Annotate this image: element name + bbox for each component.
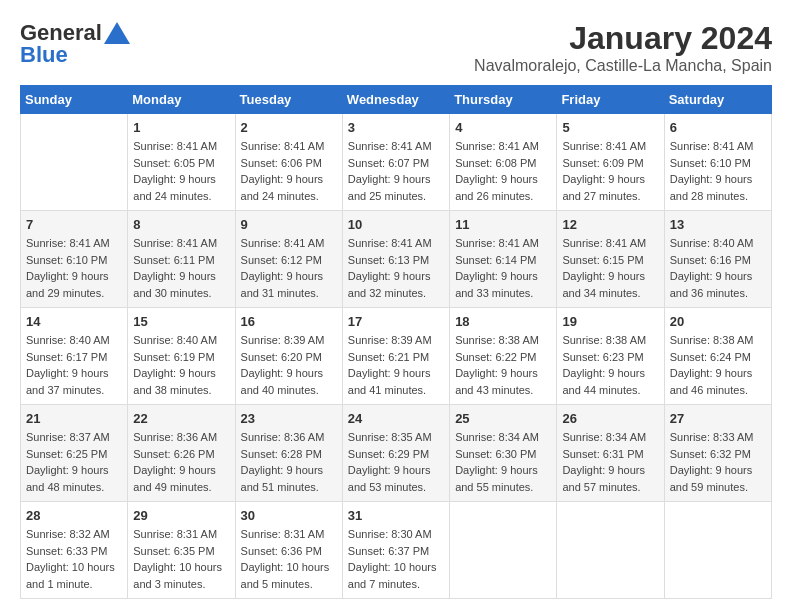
col-saturday: Saturday xyxy=(664,86,771,114)
page-header: General Blue January 2024 Navalmoralejo,… xyxy=(20,20,772,75)
cell-jan26: 26 Sunrise: 8:34 AMSunset: 6:31 PMDaylig… xyxy=(557,405,664,502)
logo-blue-text: Blue xyxy=(20,42,68,68)
col-wednesday: Wednesday xyxy=(342,86,449,114)
table-row: 7 Sunrise: 8:41 AMSunset: 6:10 PMDayligh… xyxy=(21,211,772,308)
logo: General Blue xyxy=(20,20,130,68)
cell-jan1: 1 Sunrise: 8:41 AMSunset: 6:05 PMDayligh… xyxy=(128,114,235,211)
location-title: Navalmoralejo, Castille-La Mancha, Spain xyxy=(474,57,772,75)
calendar-table: Sunday Monday Tuesday Wednesday Thursday… xyxy=(20,85,772,599)
cell-jan5: 5 Sunrise: 8:41 AMSunset: 6:09 PMDayligh… xyxy=(557,114,664,211)
svg-marker-0 xyxy=(104,22,130,44)
cell-jan2: 2 Sunrise: 8:41 AMSunset: 6:06 PMDayligh… xyxy=(235,114,342,211)
cell-jan25: 25 Sunrise: 8:34 AMSunset: 6:30 PMDaylig… xyxy=(450,405,557,502)
table-row: 14 Sunrise: 8:40 AMSunset: 6:17 PMDaylig… xyxy=(21,308,772,405)
cell-jan21: 21 Sunrise: 8:37 AMSunset: 6:25 PMDaylig… xyxy=(21,405,128,502)
cell-jan6: 6 Sunrise: 8:41 AMSunset: 6:10 PMDayligh… xyxy=(664,114,771,211)
cell-jan27: 27 Sunrise: 8:33 AMSunset: 6:32 PMDaylig… xyxy=(664,405,771,502)
table-row: 28 Sunrise: 8:32 AMSunset: 6:33 PMDaylig… xyxy=(21,502,772,599)
cell-jan18: 18 Sunrise: 8:38 AMSunset: 6:22 PMDaylig… xyxy=(450,308,557,405)
cell-empty-fri xyxy=(557,502,664,599)
cell-jan10: 10 Sunrise: 8:41 AMSunset: 6:13 PMDaylig… xyxy=(342,211,449,308)
cell-jan15: 15 Sunrise: 8:40 AMSunset: 6:19 PMDaylig… xyxy=(128,308,235,405)
cell-jan13: 13 Sunrise: 8:40 AMSunset: 6:16 PMDaylig… xyxy=(664,211,771,308)
cell-jan24: 24 Sunrise: 8:35 AMSunset: 6:29 PMDaylig… xyxy=(342,405,449,502)
table-row: 1 Sunrise: 8:41 AMSunset: 6:05 PMDayligh… xyxy=(21,114,772,211)
cell-jan12: 12 Sunrise: 8:41 AMSunset: 6:15 PMDaylig… xyxy=(557,211,664,308)
cell-jan7: 7 Sunrise: 8:41 AMSunset: 6:10 PMDayligh… xyxy=(21,211,128,308)
logo-icon xyxy=(104,22,130,44)
cell-empty-thu xyxy=(450,502,557,599)
cell-jan14: 14 Sunrise: 8:40 AMSunset: 6:17 PMDaylig… xyxy=(21,308,128,405)
cell-jan16: 16 Sunrise: 8:39 AMSunset: 6:20 PMDaylig… xyxy=(235,308,342,405)
cell-jan11: 11 Sunrise: 8:41 AMSunset: 6:14 PMDaylig… xyxy=(450,211,557,308)
cell-jan20: 20 Sunrise: 8:38 AMSunset: 6:24 PMDaylig… xyxy=(664,308,771,405)
cell-jan9: 9 Sunrise: 8:41 AMSunset: 6:12 PMDayligh… xyxy=(235,211,342,308)
month-title: January 2024 xyxy=(474,20,772,57)
col-sunday: Sunday xyxy=(21,86,128,114)
cell-empty xyxy=(21,114,128,211)
calendar-header-row: Sunday Monday Tuesday Wednesday Thursday… xyxy=(21,86,772,114)
cell-jan31: 31 Sunrise: 8:30 AMSunset: 6:37 PMDaylig… xyxy=(342,502,449,599)
title-section: January 2024 Navalmoralejo, Castille-La … xyxy=(474,20,772,75)
cell-jan4: 4 Sunrise: 8:41 AMSunset: 6:08 PMDayligh… xyxy=(450,114,557,211)
cell-jan8: 8 Sunrise: 8:41 AMSunset: 6:11 PMDayligh… xyxy=(128,211,235,308)
cell-jan29: 29 Sunrise: 8:31 AMSunset: 6:35 PMDaylig… xyxy=(128,502,235,599)
cell-empty-sat xyxy=(664,502,771,599)
col-tuesday: Tuesday xyxy=(235,86,342,114)
col-friday: Friday xyxy=(557,86,664,114)
cell-jan30: 30 Sunrise: 8:31 AMSunset: 6:36 PMDaylig… xyxy=(235,502,342,599)
table-row: 21 Sunrise: 8:37 AMSunset: 6:25 PMDaylig… xyxy=(21,405,772,502)
cell-jan17: 17 Sunrise: 8:39 AMSunset: 6:21 PMDaylig… xyxy=(342,308,449,405)
cell-jan28: 28 Sunrise: 8:32 AMSunset: 6:33 PMDaylig… xyxy=(21,502,128,599)
cell-jan3: 3 Sunrise: 8:41 AMSunset: 6:07 PMDayligh… xyxy=(342,114,449,211)
col-thursday: Thursday xyxy=(450,86,557,114)
cell-jan19: 19 Sunrise: 8:38 AMSunset: 6:23 PMDaylig… xyxy=(557,308,664,405)
cell-jan23: 23 Sunrise: 8:36 AMSunset: 6:28 PMDaylig… xyxy=(235,405,342,502)
col-monday: Monday xyxy=(128,86,235,114)
cell-jan22: 22 Sunrise: 8:36 AMSunset: 6:26 PMDaylig… xyxy=(128,405,235,502)
